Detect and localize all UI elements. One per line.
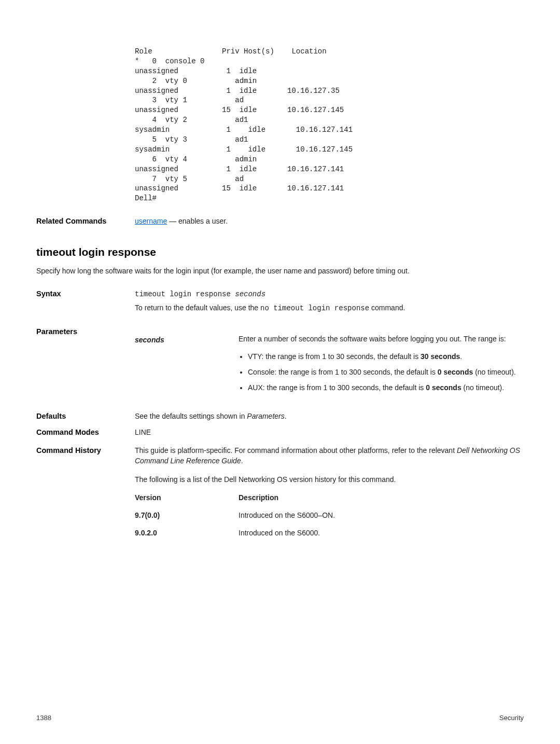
related-commands-label: Related Commands bbox=[36, 216, 135, 227]
version-cell: 9.7(0.0) bbox=[135, 510, 239, 520]
command-modes-value: LINE bbox=[135, 427, 524, 438]
syntax-cmd-arg: seconds bbox=[235, 290, 265, 298]
history-p1: This guide is platform-specific. For com… bbox=[135, 445, 524, 466]
param-bullet: VTY: the range is from 1 to 30 seconds, … bbox=[248, 351, 524, 362]
syntax-desc-before: To return to the default values, use the bbox=[135, 304, 260, 312]
parameters-label: Parameters bbox=[36, 326, 135, 398]
section-title: timeout login response bbox=[36, 244, 524, 260]
defaults-value: See the defaults settings shown in Param… bbox=[135, 411, 524, 422]
param-bullet-list: VTY: the range is from 1 to 30 seconds, … bbox=[239, 351, 524, 393]
history-p2: The following is a list of the Dell Netw… bbox=[135, 474, 524, 485]
version-header: Version bbox=[135, 492, 239, 503]
syntax-cmd-text: timeout login response bbox=[135, 290, 235, 298]
page-number: 1388 bbox=[36, 713, 51, 723]
command-history-label: Command History bbox=[36, 445, 135, 546]
terminal-output: Role Priv Host(s) Location * 0 console 0… bbox=[135, 47, 524, 203]
syntax-command: timeout login response seconds bbox=[135, 288, 524, 299]
username-link[interactable]: username bbox=[135, 217, 167, 225]
param-bullet: AUX: the range is from 1 to 300 seconds,… bbox=[248, 382, 524, 393]
param-seconds-name: seconds bbox=[135, 334, 239, 398]
defaults-label: Defaults bbox=[36, 411, 135, 422]
param-seconds-desc: Enter a number of seconds the software w… bbox=[239, 334, 524, 344]
footer-section: Security bbox=[499, 713, 524, 723]
version-cell: 9.0.2.0 bbox=[135, 528, 239, 538]
syntax-desc-after: command. bbox=[369, 304, 405, 312]
syntax-desc-code: no timeout login response bbox=[260, 304, 369, 312]
description-cell: Introduced on the S6000–ON. bbox=[239, 510, 524, 520]
description-cell: Introduced on the S6000. bbox=[239, 528, 524, 538]
related-commands-body: username — enables a user. bbox=[135, 216, 524, 227]
syntax-description: To return to the default values, use the… bbox=[135, 302, 524, 313]
syntax-label: Syntax bbox=[36, 288, 135, 314]
related-after-text: — enables a user. bbox=[167, 217, 228, 225]
command-modes-label: Command Modes bbox=[36, 427, 135, 438]
param-bullet: Console: the range is from 1 to 300 seco… bbox=[248, 367, 524, 377]
description-header: Description bbox=[239, 492, 524, 503]
lead-paragraph: Specify how long the software waits for … bbox=[36, 266, 524, 276]
